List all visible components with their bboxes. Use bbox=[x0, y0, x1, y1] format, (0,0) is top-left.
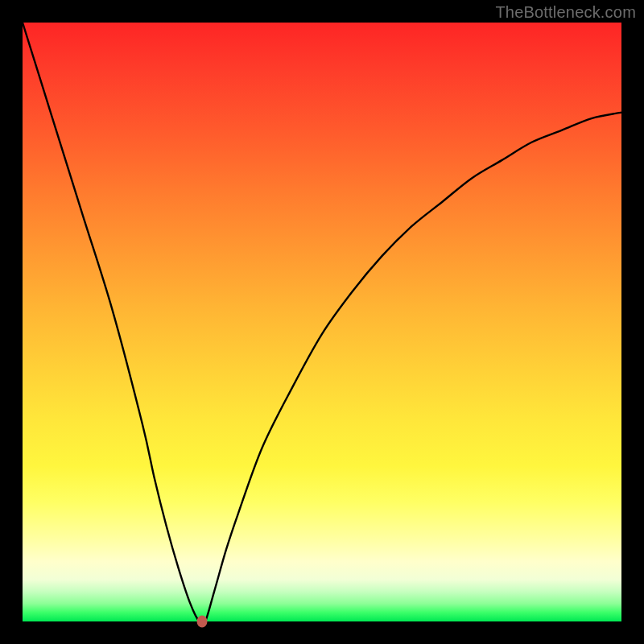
watermark-text: TheBottleneck.com bbox=[495, 3, 636, 22]
chart-frame: TheBottleneck.com bbox=[0, 0, 644, 644]
optimal-point-marker bbox=[197, 616, 208, 628]
bottleneck-curve bbox=[23, 23, 621, 621]
curve-path bbox=[23, 23, 621, 625]
plot-area bbox=[23, 23, 621, 621]
